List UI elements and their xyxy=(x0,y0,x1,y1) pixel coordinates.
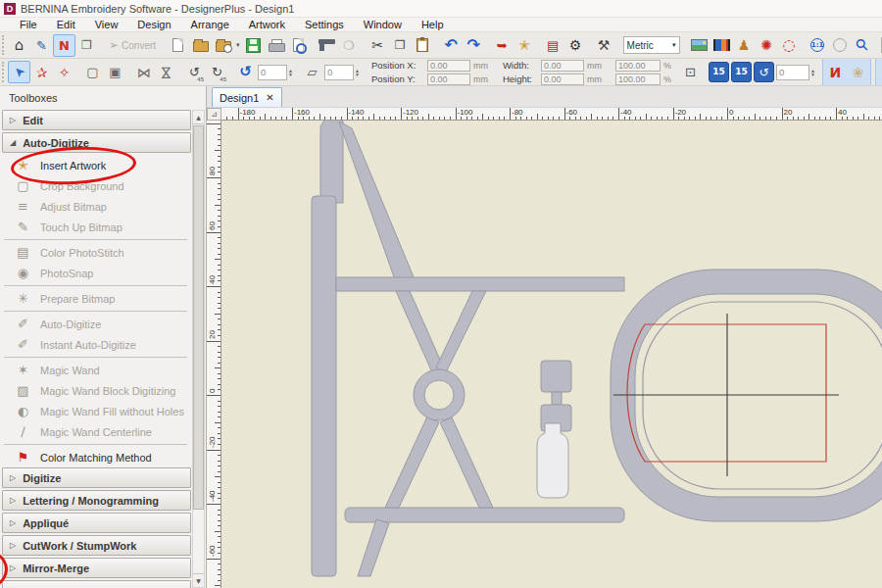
tool-touch-up-bitmap[interactable]: ✎Touch Up Bitmap xyxy=(2,217,191,237)
section-edit[interactable]: ▷Edit xyxy=(2,110,191,130)
stipple-stitch-button[interactable]: ⁂ xyxy=(877,61,882,83)
field-value[interactable] xyxy=(430,61,467,71)
rotate-angle-value[interactable] xyxy=(261,67,284,77)
menu-view[interactable]: View xyxy=(85,19,128,30)
insert-artwork-button[interactable]: ✭ xyxy=(514,34,536,57)
field-value[interactable] xyxy=(618,61,658,71)
home-button[interactable]: ⌂ xyxy=(8,34,30,57)
tool-magic-wand-centerline[interactable]: ∕Magic Wand Centerline xyxy=(2,421,191,442)
section-lettering-monogramming[interactable]: ▷Lettering / Monogramming xyxy=(2,490,191,511)
menu-window[interactable]: Window xyxy=(354,19,412,30)
section-appliqu-[interactable]: ▷Appliqué xyxy=(2,513,191,533)
mirror-vertical-button[interactable]: ⋈ xyxy=(155,61,177,83)
field-value[interactable] xyxy=(430,74,467,84)
scroll-thumb[interactable] xyxy=(193,125,204,510)
rotation-spinner[interactable]: ▲▼ xyxy=(810,69,815,76)
tool-crop-background[interactable]: ▢Crop Background xyxy=(2,175,191,196)
print-preview-button[interactable] xyxy=(287,34,310,57)
rotate-right-15-button[interactable]: 15 xyxy=(731,62,752,82)
rotate-left-15-button[interactable]: 15 xyxy=(709,62,729,82)
machine-connection-button[interactable]: ❍ xyxy=(338,34,361,57)
rotate-angle-spinner[interactable]: ▲▼ xyxy=(288,69,293,76)
select-object-button[interactable]: ➤ xyxy=(8,61,30,83)
section-auto-digitize[interactable]: ◢Auto-Digitize xyxy=(2,132,191,153)
artwork-canvas-button[interactable]: ✎ xyxy=(30,34,53,57)
tool-photosnap[interactable]: ◉PhotoSnap xyxy=(2,263,191,283)
tool-auto-digitize[interactable]: ✐Auto-Digitize xyxy=(2,314,191,334)
color-film-button[interactable] xyxy=(710,34,733,57)
section-partial[interactable]: ▷ xyxy=(2,580,191,588)
skew-angle-input[interactable] xyxy=(324,65,354,80)
rotate-angle-input[interactable] xyxy=(258,65,287,80)
scroll-up-arrow[interactable]: ▲ xyxy=(193,111,204,124)
rotate-free-button[interactable]: ↺ xyxy=(234,61,257,83)
stamp-button[interactable]: ♟ xyxy=(733,34,756,57)
menu-edit[interactable]: Edit xyxy=(47,19,85,30)
open-design-button[interactable] xyxy=(189,34,212,57)
skew-angle-spinner[interactable]: ▲▼ xyxy=(355,69,360,76)
section-mirror-merge[interactable]: ▷Mirror-Merge xyxy=(2,558,191,578)
scale-down-button[interactable]: ▢ xyxy=(81,61,104,83)
copy-button[interactable]: ❐ xyxy=(389,34,412,57)
show-hoop-button[interactable]: ◌ xyxy=(778,34,801,57)
zigzag-stitch-button[interactable]: И xyxy=(824,61,847,83)
undo-button[interactable]: ↶ xyxy=(440,34,463,57)
stitch-player-button[interactable]: ✺ xyxy=(756,34,778,57)
paste-button[interactable] xyxy=(412,34,434,57)
tool-adjust-bitmap[interactable]: ≡Adjust Bitmap xyxy=(2,196,191,217)
write-to-machine-button[interactable] xyxy=(316,34,338,57)
tool-magic-wand-fill-without-holes[interactable]: ◐Magic Wand Fill without Holes xyxy=(2,401,191,421)
skew-button[interactable]: ▱ xyxy=(301,61,323,83)
new-design-button[interactable] xyxy=(167,34,189,57)
open-recent-button[interactable] xyxy=(212,34,234,57)
mirror-horizontal-button[interactable]: ⋈ xyxy=(132,61,155,83)
field-input[interactable] xyxy=(541,60,584,72)
scroll-down-arrow[interactable]: ▼ xyxy=(193,573,204,587)
sidebar-scrollbar[interactable]: ▲ ▼ xyxy=(192,110,205,588)
menu-artwork[interactable]: Artwork xyxy=(239,19,295,30)
field-value[interactable] xyxy=(618,74,658,84)
units-select[interactable]: Metric▾ xyxy=(623,36,680,54)
rotation-value-input[interactable] xyxy=(776,65,809,80)
redo-button[interactable]: ↷ xyxy=(463,34,485,57)
field-value[interactable] xyxy=(544,61,581,71)
print-button[interactable] xyxy=(265,34,287,57)
menu-file[interactable]: File xyxy=(10,19,47,30)
design-settings-button[interactable]: ⚙ xyxy=(564,34,587,57)
tool-prepare-bitmap[interactable]: ✳Prepare Bitmap xyxy=(2,288,191,309)
show-background-button[interactable] xyxy=(688,34,710,57)
zoom-out-button[interactable] xyxy=(829,34,852,57)
rotate-45-ccw-button[interactable]: ↺45 xyxy=(183,61,206,83)
tool-magic-wand[interactable]: ✶Magic Wand xyxy=(2,360,191,380)
rotate-45-cw-button[interactable]: ↻45 xyxy=(206,61,228,83)
section-digitize[interactable]: ▷Digitize xyxy=(2,467,191,488)
set-rotation-button[interactable]: ↺ xyxy=(754,62,774,82)
tab-design1[interactable]: Design1 ✕ xyxy=(212,87,282,107)
field-input[interactable] xyxy=(615,60,661,72)
tool-color-matching-method[interactable]: ⚑Color Matching Method xyxy=(2,447,191,467)
rotation-value-value[interactable] xyxy=(779,67,807,77)
scale-up-button[interactable]: ▣ xyxy=(104,61,126,83)
design-canvas[interactable] xyxy=(221,121,882,588)
ruler-corner-box[interactable]: ⊿ xyxy=(207,108,221,121)
zoom-in-button[interactable]: ⚲ xyxy=(852,34,874,57)
tool-instant-auto-digitize[interactable]: ✐Instant Auto-Digitize xyxy=(2,334,191,355)
menu-settings[interactable]: Settings xyxy=(295,19,354,30)
toolbar-grip[interactable] xyxy=(2,35,4,56)
cut-button[interactable]: ✂ xyxy=(367,34,389,57)
field-input[interactable] xyxy=(615,74,661,85)
menu-help[interactable]: Help xyxy=(412,19,454,30)
insert-embroidery-button[interactable]: ➥ xyxy=(491,34,514,57)
convert-button[interactable]: ➢Convert xyxy=(104,34,161,57)
manage-tools-button[interactable]: ⚒ xyxy=(593,34,615,57)
field-value[interactable] xyxy=(544,74,581,84)
toolbar-grip[interactable] xyxy=(2,62,4,83)
embroidery-canvas-button[interactable]: N xyxy=(53,34,75,57)
lock-proportions-button[interactable]: ⊡ xyxy=(679,61,702,83)
tool-insert-artwork[interactable]: ✭Insert Artwork xyxy=(2,155,191,175)
multi-hooping-button[interactable]: ❐ xyxy=(75,34,98,57)
skew-angle-value[interactable] xyxy=(327,67,351,77)
menu-design[interactable]: Design xyxy=(127,19,180,30)
tool-color-photostitch[interactable]: ▤Color PhotoStitch xyxy=(2,242,191,263)
field-input[interactable] xyxy=(541,74,584,85)
